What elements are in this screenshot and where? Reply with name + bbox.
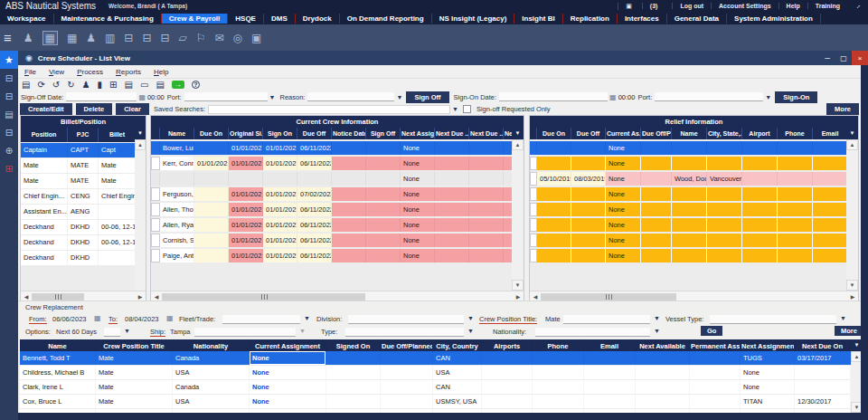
vertical-scrollbar[interactable]: ▼ ▲ ▼ bbox=[512, 128, 524, 291]
scroll-track[interactable] bbox=[846, 150, 858, 280]
cell[interactable]: Allen, Thom... bbox=[160, 203, 194, 216]
cell[interactable] bbox=[533, 351, 584, 365]
scroll-right-icon[interactable]: ▶ bbox=[513, 293, 524, 300]
cell[interactable]: 01/01/2021 bbox=[229, 141, 263, 155]
print-icon[interactable]: ▤ bbox=[22, 80, 30, 90]
cell[interactable] bbox=[636, 351, 690, 365]
column-header[interactable]: Signed On bbox=[326, 339, 381, 351]
cell[interactable]: None bbox=[250, 380, 326, 394]
from-date-value[interactable]: 06/06/2023 bbox=[52, 315, 87, 323]
cell[interactable] bbox=[194, 234, 229, 247]
cell[interactable] bbox=[332, 218, 366, 232]
cell[interactable] bbox=[672, 203, 707, 216]
table-row[interactable]: None bbox=[530, 249, 848, 262]
cell[interactable] bbox=[381, 395, 433, 408]
table-row[interactable]: None bbox=[530, 157, 848, 170]
cell[interactable] bbox=[813, 234, 848, 247]
table-row[interactable]: Assistant En...AENG bbox=[21, 205, 137, 219]
column-header[interactable]: PJC bbox=[68, 128, 99, 142]
cell[interactable]: None bbox=[401, 249, 435, 262]
cell[interactable]: 01/01/2021 bbox=[194, 157, 229, 170]
cell[interactable]: 05/10/2019 bbox=[537, 172, 571, 186]
cell[interactable] bbox=[537, 249, 571, 262]
cell[interactable]: 00-06, 12-18 bbox=[99, 235, 137, 250]
cell[interactable] bbox=[813, 141, 848, 155]
go-button[interactable]: Go bbox=[701, 326, 722, 336]
table-row[interactable]: Childress, Michael BMateUSANoneUSANone bbox=[20, 366, 851, 380]
cell[interactable] bbox=[482, 366, 533, 379]
cell[interactable] bbox=[194, 203, 229, 216]
column-header[interactable]: Crew Position Title bbox=[96, 339, 173, 351]
chevron-down-icon[interactable]: ▼ bbox=[304, 315, 310, 321]
cell[interactable]: TITAN bbox=[741, 395, 795, 408]
cell[interactable] bbox=[641, 141, 672, 155]
cell[interactable] bbox=[482, 380, 533, 394]
cell[interactable]: USMSY, USA bbox=[433, 395, 482, 408]
column-header[interactable]: Name bbox=[672, 128, 707, 139]
logout-link[interactable]: Log out bbox=[672, 3, 711, 9]
table-row[interactable]: 05/10/201908/03/2019NoneWood, Dou...Vanc… bbox=[530, 172, 848, 186]
cell[interactable] bbox=[326, 380, 381, 394]
cell[interactable] bbox=[530, 141, 537, 155]
bunk-icon[interactable]: ⊟ bbox=[142, 32, 151, 44]
cell[interactable] bbox=[641, 157, 672, 170]
cell[interactable] bbox=[778, 234, 813, 247]
cell[interactable] bbox=[151, 157, 160, 170]
nav-tab[interactable]: Drydock bbox=[296, 14, 340, 24]
training-link[interactable]: Training bbox=[807, 3, 847, 9]
minimize-button[interactable]: ─ bbox=[819, 51, 835, 65]
chevron-down-icon[interactable]: ▼ bbox=[396, 94, 402, 100]
cell[interactable] bbox=[530, 203, 537, 216]
cell[interactable] bbox=[263, 172, 297, 186]
table-row[interactable]: None bbox=[530, 234, 848, 247]
column-header[interactable]: Position bbox=[21, 128, 68, 142]
cell[interactable] bbox=[297, 172, 332, 186]
cell[interactable]: 06/11/2022 bbox=[297, 157, 332, 170]
cell[interactable]: CAN bbox=[433, 380, 482, 394]
port-select[interactable] bbox=[184, 92, 268, 101]
cell[interactable]: None bbox=[401, 172, 435, 186]
cell[interactable]: 01/01/2021 bbox=[263, 141, 297, 155]
scroll-track[interactable] bbox=[512, 150, 524, 280]
favorites-icon[interactable]: ★ bbox=[0, 51, 18, 69]
column-header[interactable]: Airports bbox=[482, 339, 533, 351]
cell[interactable]: 01/01/2021 bbox=[229, 157, 263, 170]
column-header[interactable]: Due On bbox=[194, 128, 229, 139]
menu-item[interactable]: Help bbox=[154, 68, 168, 76]
cell[interactable]: Wood, Dou... bbox=[672, 172, 707, 186]
cell[interactable] bbox=[571, 157, 606, 170]
sign-on-time[interactable]: 00:00 bbox=[618, 93, 636, 101]
table-row[interactable]: Chief Engin...CENGChief Engin... bbox=[21, 189, 137, 204]
column-header[interactable]: Phone bbox=[533, 339, 584, 351]
cell[interactable]: 01/01/2021 bbox=[263, 203, 297, 216]
table-row[interactable]: None bbox=[530, 187, 848, 201]
cell[interactable] bbox=[707, 157, 742, 170]
cell[interactable]: 01/01/2021 bbox=[263, 234, 297, 247]
cell[interactable] bbox=[742, 203, 778, 216]
cell[interactable] bbox=[530, 157, 537, 170]
cell[interactable] bbox=[636, 380, 690, 394]
cell[interactable] bbox=[326, 351, 381, 365]
nav-tab[interactable]: HSQE bbox=[228, 14, 264, 24]
table-row[interactable]: Ferguson, C...01/01/202101/01/202107/02/… bbox=[151, 187, 514, 201]
cell[interactable]: Childress, Michael B bbox=[20, 366, 96, 379]
nav-tab[interactable]: General Data bbox=[667, 14, 727, 24]
column-header[interactable]: City, Country bbox=[433, 339, 482, 351]
menu-icon[interactable]: ≡ bbox=[4, 30, 12, 45]
tray2-icon[interactable]: ⊟ bbox=[0, 87, 18, 105]
more-button-bottom[interactable]: More bbox=[835, 326, 863, 336]
cell[interactable] bbox=[366, 157, 401, 170]
more-button[interactable]: More bbox=[826, 103, 859, 115]
nav-tab[interactable]: Workspace bbox=[0, 14, 54, 24]
cell[interactable] bbox=[636, 366, 690, 379]
window-titlebar[interactable]: ◉ Crew Scheduler - List View ─ ▢ × bbox=[18, 51, 868, 65]
table-row[interactable]: DeckhandDKHD00-06, 12-18 bbox=[21, 220, 137, 234]
scroll-up-icon[interactable]: ▲ bbox=[846, 139, 858, 150]
globe-icon[interactable]: ⊕ bbox=[0, 141, 18, 159]
cell[interactable] bbox=[151, 234, 160, 247]
cell[interactable] bbox=[742, 187, 778, 201]
table-row[interactable]: Cornish, Ste...01/01/202101/01/202106/11… bbox=[151, 234, 514, 247]
column-header[interactable]: Billet bbox=[99, 128, 137, 142]
chevron-down-icon[interactable]: ▼ bbox=[452, 106, 458, 112]
cell[interactable]: 00-06, 12-18 bbox=[99, 220, 137, 234]
